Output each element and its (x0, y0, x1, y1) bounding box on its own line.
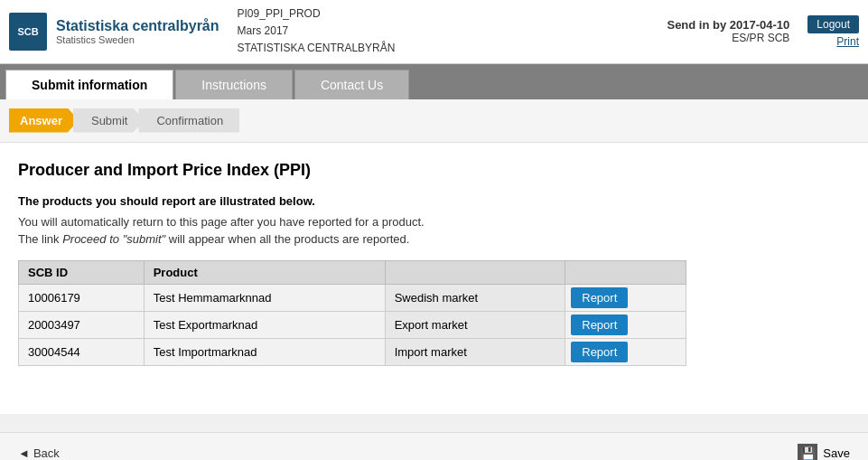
deadline-label: Send in by 2017-04-10 (513, 18, 789, 32)
table-row: 30004544 Test Importmarknad Import marke… (19, 338, 686, 365)
cell-market: Import market (385, 338, 565, 365)
report-button[interactable]: Report (571, 342, 628, 362)
tab-contact-us[interactable]: Contact Us (294, 70, 409, 99)
col-scb-id: SCB ID (19, 260, 145, 284)
org-name: Statistiska centralbyrån (56, 17, 219, 34)
intro-line2: The link Proceed to "submit" will appear… (18, 232, 850, 246)
intro-line2-suffix: will appear when all the products are re… (165, 232, 409, 246)
intro-bold: The products you should report are illus… (18, 194, 850, 208)
cell-scb-id: 20003497 (19, 311, 145, 338)
survey-id: PI09_PPI_PROD (238, 5, 514, 23)
survey-info: PI09_PPI_PROD Mars 2017 STATISTISKA CENT… (219, 5, 514, 58)
footer: ◄ Back 💾 Save (0, 432, 868, 460)
cell-scb-id: 10006179 (19, 284, 145, 311)
deadline-area: Send in by 2017-04-10 ES/PR SCB (513, 18, 789, 44)
tab-submit-information[interactable]: Submit information (5, 70, 173, 99)
save-label: Save (823, 446, 850, 460)
cell-market: Swedish market (385, 284, 565, 311)
org-sub: Statistics Sweden (56, 34, 219, 45)
breadcrumb-submit[interactable]: Submit (73, 108, 144, 133)
cell-scb-id: 30004544 (19, 338, 145, 365)
intro-proceed-link: Proceed to "submit" (62, 232, 165, 246)
breadcrumb: Answer Submit Confirmation (0, 99, 868, 143)
back-label: Back (33, 446, 60, 460)
cell-product: Test Importmarknad (144, 338, 385, 365)
header-actions: Logout Print (807, 15, 859, 48)
cell-product: Test Hemmamarknnad (144, 284, 385, 311)
table-row: 10006179 Test Hemmamarknnad Swedish mark… (19, 284, 686, 311)
breadcrumb-answer[interactable]: Answer (9, 108, 79, 133)
logo-area: SCB Statistiska centralbyrån Statistics … (9, 13, 219, 51)
survey-org: STATISTISKA CENTRALBYRÅN (238, 40, 514, 57)
breadcrumb-confirmation[interactable]: Confirmation (138, 108, 239, 133)
report-button[interactable]: Report (571, 287, 628, 308)
main-content: Producer and Import Price Index (PPI) Th… (0, 143, 868, 414)
intro-line1: You will automatically return to this pa… (18, 215, 850, 229)
col-action (565, 260, 686, 284)
col-market (385, 260, 565, 284)
survey-month: Mars 2017 (238, 23, 514, 40)
tab-instructions[interactable]: Instructions (175, 70, 293, 99)
save-icon: 💾 (798, 444, 817, 460)
back-button[interactable]: ◄ Back (18, 446, 60, 460)
deadline-sub: ES/PR SCB (513, 32, 789, 44)
logout-button[interactable]: Logout (807, 15, 859, 33)
col-product: Product (144, 260, 385, 284)
save-area[interactable]: 💾 Save (798, 444, 850, 460)
cell-market: Export market (385, 311, 565, 338)
print-link[interactable]: Print (836, 35, 859, 48)
back-arrow-icon: ◄ (18, 446, 30, 460)
logo-icon: SCB (9, 13, 47, 51)
report-button[interactable]: Report (571, 314, 628, 335)
table-row: 20003497 Test Exportmarknad Export marke… (19, 311, 686, 338)
intro-line2-prefix: The link (18, 232, 62, 246)
page-title: Producer and Import Price Index (PPI) (18, 161, 850, 180)
header: SCB Statistiska centralbyrån Statistics … (0, 0, 868, 64)
products-table: SCB ID Product 10006179 Test Hemmamarknn… (18, 260, 686, 366)
nav-tabs: Submit information Instructions Contact … (0, 64, 868, 99)
cell-product: Test Exportmarknad (144, 311, 385, 338)
